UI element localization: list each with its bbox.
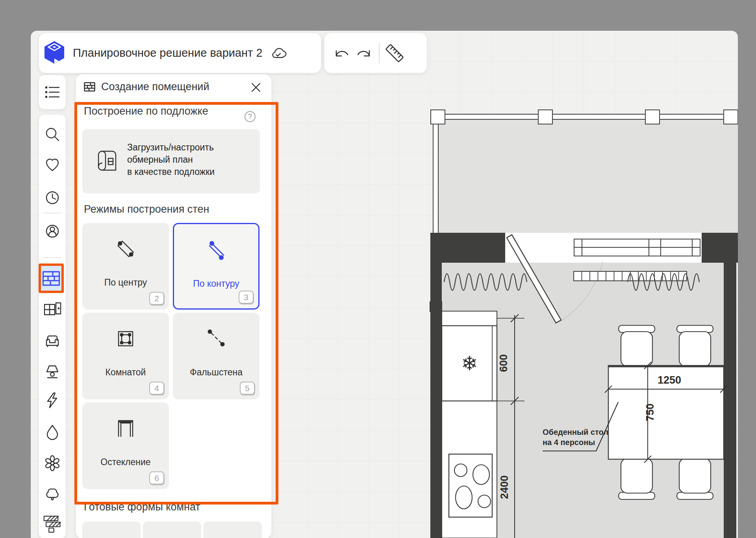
redo-button[interactable] [353,42,375,64]
hotkey-badge: 5 [240,382,255,395]
rooms-grid-icon [84,82,96,93]
rooms-creation-panel: Создание помещений Построение по подложк… [76,74,272,538]
document-title[interactable]: Планировочное решение вариант 2 [73,46,263,59]
sidebar-menu-card [39,75,66,109]
dim-750: 750 [644,403,656,421]
load-underlay-button[interactable]: Загрузить/настроить обмерный план в каче… [82,129,260,193]
ruler-button[interactable] [384,42,406,64]
blueprint-icon [96,150,118,173]
svg-text:на 4 персоны: на 4 персоны [543,438,595,447]
vent-grill [574,271,687,281]
title-bar: Планировочное решение вариант 2 [39,33,321,73]
room-shape-card[interactable] [204,521,262,538]
false-wall-icon [204,326,229,351]
favorites-heart-icon[interactable] [43,156,61,174]
hotkey-badge: 2 [149,292,164,305]
sidebar-item-walls-selected[interactable] [39,263,64,293]
close-icon[interactable] [250,82,262,93]
svg-text:Обеденный стол: Обеденный стол [543,428,608,436]
flooring-parquet-icon[interactable] [43,515,61,533]
profile-icon[interactable] [43,222,61,240]
room-shape-card[interactable] [143,521,201,538]
help-icon[interactable]: ? [245,111,256,122]
stove [449,454,492,517]
cloud-sync-icon[interactable] [271,46,287,60]
furniture-sofa-icon[interactable] [43,332,61,350]
floor-plan[interactable]: ❄ 600 2400 1250 [425,102,738,538]
plumbing-droplet-icon[interactable] [43,423,61,441]
hotkey-badge: 4 [149,382,164,395]
electrics-lightning-icon[interactable] [43,391,61,410]
mode-card-falshstena[interactable]: Фальшстена 5 [173,313,259,399]
mode-card-po-konturu[interactable]: По контуру 3 [173,223,259,310]
panel-title: Создание помещений [101,81,209,93]
mode-card-osteklenie[interactable]: Остекление 6 [82,403,169,489]
wall-contour-icon [205,237,230,263]
fridge: ❄ [442,326,497,401]
openings-window-door-icon[interactable] [43,301,61,319]
mode-card-po-centru[interactable]: По центру 2 [82,223,169,310]
history-clock-icon[interactable] [43,189,61,207]
snowflake-symbol: ❄ [461,352,478,375]
underlay-heading: Построение по подложке [84,105,208,117]
modes-heading: Режимы построения стен [84,203,209,215]
balcony-floor [439,120,738,233]
shapes-heading: Готовые формы комнат [84,501,200,513]
load-button-label: в качестве подложки [127,166,215,178]
app-logo-icon [44,41,64,65]
glazing-icon [113,416,138,441]
project-list-icon[interactable] [43,83,61,101]
load-button-label: обмерный план [127,154,193,166]
sidebar-tools [39,114,66,538]
dim-1250: 1250 [658,374,681,386]
hotkey-badge: 3 [239,291,254,304]
sidebar-divider [44,213,61,213]
wall-center-icon [113,236,138,262]
hotkey-badge: 6 [149,471,164,484]
dim-2400: 2400 [498,475,510,499]
search-icon[interactable] [43,125,61,143]
lighting-lamp-icon[interactable] [43,364,61,382]
dim-600: 600 [498,354,510,372]
mode-card-komnatoy[interactable]: Комнатой 4 [82,313,169,399]
window-symbol [574,239,700,256]
undo-button[interactable] [331,42,353,64]
room-shape-card[interactable] [82,521,141,538]
load-button-label: Загрузить/настроить [127,141,214,154]
plants-tree-icon[interactable] [43,485,61,503]
room-rectangle-icon [113,326,138,351]
sidebar-divider [44,257,61,258]
history-toolbar [324,33,427,73]
decor-flower-icon[interactable] [43,454,61,472]
walls-brick-icon [43,270,60,287]
toolbar-divider [379,43,380,63]
